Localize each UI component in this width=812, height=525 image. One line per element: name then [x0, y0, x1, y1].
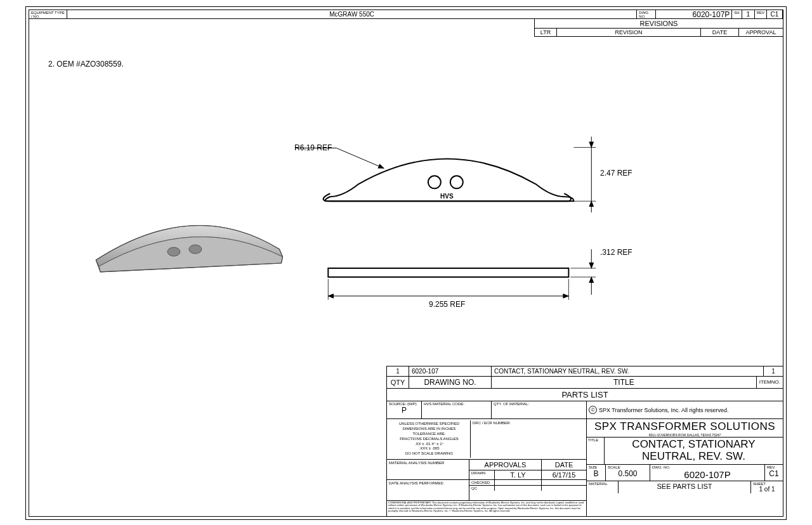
svg-point-2: [428, 176, 441, 188]
parts-title: CONTACT, STATIONARY NEUTRAL, REV. SW.: [492, 366, 764, 377]
title-block: 1 6020-107 CONTACT, STATIONARY NEUTRAL, …: [386, 366, 783, 516]
thickness-dimension: [570, 249, 596, 295]
drawn-label: DRAWN: [469, 470, 495, 479]
approvals-date-header: DATE: [542, 460, 586, 470]
title-value: CONTACT, STATIONARYNEUTRAL, REV. SW.: [605, 438, 783, 463]
title-label: TITLE: [587, 438, 605, 463]
radius-dim-text: R6.19 REF: [294, 143, 332, 152]
source-value: P: [389, 406, 419, 415]
drawing-sheet-outer: EQUIPMENT TYPE / NO. McGRAW 550C DWG. NO…: [25, 6, 787, 520]
title-block-right-col: SPX TRANSFORMER SOLUTIONS 9011 GOVERNORS…: [587, 419, 783, 516]
side-view: [328, 268, 568, 277]
rev-cell: REV.C1: [765, 465, 783, 481]
checked-label: CHECKED: [469, 480, 495, 485]
drawing-id-row: SIZEB SCALE0.500 DWG. NO.6020-107P REV.C…: [587, 465, 783, 481]
approvals-header: APPROVALS: [469, 460, 542, 470]
thickness-dim-text: .312 REF: [600, 248, 632, 257]
svg-point-1: [189, 245, 202, 254]
dwg-no-cell: DWG. NO.6020-107P: [650, 465, 765, 481]
svg-rect-11: [328, 268, 568, 277]
svg-line-4: [336, 148, 384, 168]
material-analysis-label: MATERIAL ANALYSIS NUMBER: [387, 460, 469, 479]
material-label: MATERIAL: [587, 481, 619, 493]
parts-qty: 1: [387, 366, 409, 377]
title-block-left-col: UNLESS OTHERWISE SPECIFIED DIMENSIONS AR…: [387, 419, 587, 516]
width-dim-text: 9.255 REF: [429, 300, 465, 309]
material-approvals-row: MATERIAL ANALYSIS NUMBER APPROVALS DATE …: [387, 460, 587, 480]
company-address: 9011 GOVERNORS ROW DALLAS, TEXAS 75247: [587, 433, 783, 437]
parts-item-no: 1: [764, 366, 783, 377]
drawn-date: 6/17/15: [542, 470, 586, 479]
title-block-lower: UNLESS OTHERWISE SPECIFIED DIMENSIONS AR…: [387, 419, 783, 516]
qc-label: QC: [469, 486, 495, 491]
material-row: MATERIAL SEE PARTS LIST SHEET1 of 1: [587, 481, 783, 493]
width-dimension: [328, 279, 568, 300]
drc-ecr-box: DRC / ECR NUMBER:: [471, 420, 585, 458]
parts-drawing-no: 6020-107: [409, 366, 492, 377]
parts-list-row: 1 6020-107 CONTACT, STATIONARY NEUTRAL, …: [387, 366, 783, 377]
parts-header-qty: QTY: [387, 377, 409, 389]
sheet-cell: SHEET1 of 1: [751, 481, 783, 493]
parts-header-title: TITLE: [492, 377, 757, 389]
parts-list-header: QTY DRAWING NO. TITLE ITEMNO.: [387, 377, 783, 389]
tolerance-box: UNLESS OTHERWISE SPECIFIED DIMENSIONS AR…: [388, 420, 471, 458]
source-row: SOURCE: (M/P) P HVS MATERIAL CODE: QTY. …: [387, 401, 783, 419]
date-analysis-label: DATE ANALYSIS PERFORMED: [387, 480, 469, 500]
svg-point-0: [167, 247, 180, 256]
hvs-material-code: HVS MATERIAL CODE:: [422, 401, 492, 418]
qty-of-material: QTY. OF MATERIAL:: [492, 401, 587, 418]
hvs-marking: HVS: [440, 193, 454, 200]
height-dimension: [573, 137, 596, 213]
drawing-sheet-inner: EQUIPMENT TYPE / NO. McGRAW 550C DWG. NO…: [29, 10, 783, 517]
isometric-view: [96, 226, 282, 272]
parts-header-item-no: ITEMNO.: [757, 377, 783, 389]
parts-header-drawing-no: DRAWING NO.: [409, 377, 492, 389]
copyright-notice: SPX Transformer Solutions, Inc. All righ…: [587, 401, 783, 418]
approvals-grid: APPROVALS DATE DRAWN T. LY 6/17/15: [469, 460, 586, 479]
proprietary-notice: CONFIDENTIAL AND PROPRIETARY This docume…: [387, 501, 587, 516]
scale-cell: SCALE0.500: [606, 465, 650, 481]
size-cell: SIZEB: [587, 465, 606, 481]
height-dim-text: 2.47 REF: [600, 169, 632, 178]
svg-point-3: [450, 176, 463, 188]
source-cell: SOURCE: (M/P) P: [387, 401, 422, 418]
drawn-name: T. LY: [495, 470, 542, 479]
drawing-title: TITLE CONTACT, STATIONARYNEUTRAL, REV. S…: [587, 438, 783, 464]
date-analysis-row: DATE ANALYSIS PERFORMED CHECKED QC: [387, 480, 587, 501]
material-value: SEE PARTS LIST: [619, 481, 751, 493]
parts-list-title: PARTS LIST: [387, 389, 783, 401]
company-name: SPX TRANSFORMER SOLUTIONS: [587, 420, 783, 433]
tolerance-drc-row: UNLESS OTHERWISE SPECIFIED DIMENSIONS AR…: [387, 419, 587, 460]
company-header: SPX TRANSFORMER SOLUTIONS 9011 GOVERNORS…: [587, 419, 783, 438]
